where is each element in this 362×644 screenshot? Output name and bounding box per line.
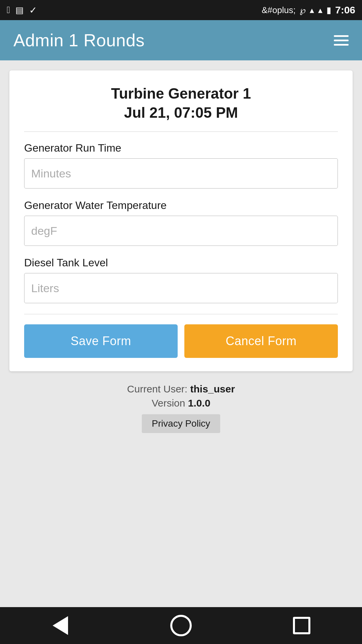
add-circle-icon: &#oplus; [262, 5, 296, 15]
save-form-button[interactable]: Save Form [24, 324, 178, 358]
form-buttons: Save Form Cancel Form [24, 324, 338, 358]
diesel-tank-level-label: Diesel Tank Level [24, 257, 338, 269]
bluetooth-icon: ℘ [300, 5, 306, 15]
app-header: Admin 1 Rounds [0, 20, 362, 60]
hamburger-line-2 [334, 40, 349, 41]
main-content: Turbine Generator 1 Jul 21, 07:05 PM Gen… [0, 60, 362, 607]
home-button[interactable] [168, 612, 194, 639]
footer-info: Current User: this_user Version 1.0.0 Pr… [127, 383, 235, 433]
hamburger-line-1 [334, 35, 349, 37]
check-icon: ✓ [29, 5, 37, 16]
recents-square-icon [293, 617, 310, 634]
menu-button[interactable] [334, 35, 349, 46]
generator-water-temp-group: Generator Water Temperature [24, 199, 338, 246]
generator-water-temp-label: Generator Water Temperature [24, 199, 338, 212]
status-bar:  ▤ ✓ &#oplus; ℘ ▴ ▴ ▮ 7:06 [0, 0, 362, 20]
version-line: Version 1.0.0 [127, 397, 235, 409]
status-time: 7:06 [335, 4, 355, 16]
cancel-form-button[interactable]: Cancel Form [184, 324, 338, 358]
wifi-icon: ▴ [310, 5, 314, 15]
hamburger-line-3 [334, 44, 349, 46]
image-icon: ▤ [15, 5, 24, 15]
form-card: Turbine Generator 1 Jul 21, 07:05 PM Gen… [9, 70, 353, 371]
home-circle-icon [170, 615, 192, 636]
current-user-label: Current User: [127, 383, 187, 394]
page-title: Admin 1 Rounds [13, 30, 144, 50]
privacy-policy-button[interactable]: Privacy Policy [142, 414, 220, 433]
diesel-tank-level-group: Diesel Tank Level [24, 257, 338, 303]
bottom-navigation [0, 607, 362, 644]
back-arrow-icon [53, 616, 68, 635]
generator-run-time-group: Generator Run Time [24, 142, 338, 189]
generator-run-time-label: Generator Run Time [24, 142, 338, 154]
back-button[interactable] [47, 612, 74, 639]
version-number: 1.0.0 [188, 397, 210, 409]
facebook-icon:  [7, 5, 10, 15]
diesel-tank-level-input[interactable] [24, 273, 338, 303]
form-datetime: Jul 21, 07:05 PM [24, 103, 338, 122]
current-user-name: this_user [190, 383, 235, 394]
recents-button[interactable] [288, 612, 315, 639]
form-title: Turbine Generator 1 [24, 84, 338, 103]
status-icons-right: &#oplus; ℘ ▴ ▴ ▮ 7:06 [262, 4, 355, 16]
signal-icon: ▴ [318, 5, 322, 15]
form-divider [24, 314, 338, 314]
version-label: Version [152, 397, 185, 409]
current-user-line: Current User: this_user [127, 383, 235, 395]
generator-run-time-input[interactable] [24, 158, 338, 189]
generator-water-temp-input[interactable] [24, 216, 338, 246]
status-icons-left:  ▤ ✓ [7, 5, 37, 16]
battery-icon: ▮ [326, 5, 331, 15]
form-header: Turbine Generator 1 Jul 21, 07:05 PM [24, 84, 338, 132]
